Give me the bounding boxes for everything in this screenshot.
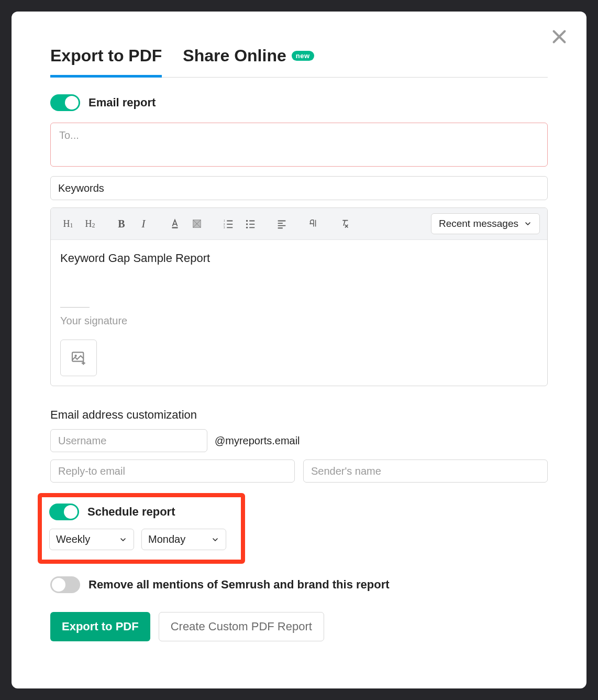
to-input[interactable] xyxy=(50,123,548,167)
svg-text:3: 3 xyxy=(224,226,225,229)
signature-placeholder: Your signature xyxy=(60,315,538,327)
chevron-down-icon xyxy=(524,220,532,228)
align-left-icon xyxy=(276,218,287,229)
tab-export-pdf[interactable]: Export to PDF xyxy=(50,46,162,78)
reply-to-input[interactable] xyxy=(50,460,295,483)
email-report-row: Email report xyxy=(50,94,548,111)
reply-sender-row xyxy=(50,460,548,483)
create-custom-report-button[interactable]: Create Custom PDF Report xyxy=(159,612,324,641)
editor-body[interactable]: Keyword Gap Sample Report Your signature xyxy=(51,240,547,386)
chevron-down-icon xyxy=(119,535,127,544)
unordered-list-icon xyxy=(245,218,256,229)
direction-button[interactable] xyxy=(303,214,323,234)
text-color-button[interactable] xyxy=(165,214,185,234)
subject-input[interactable] xyxy=(50,176,548,200)
signature-divider xyxy=(60,307,90,308)
remove-branding-row: Remove all mentions of Semrush and brand… xyxy=(50,576,548,593)
remove-branding-label: Remove all mentions of Semrush and brand… xyxy=(88,578,390,592)
new-badge: new xyxy=(292,51,314,61)
export-modal: Export to PDF Share Online new Email rep… xyxy=(12,12,586,688)
background-color-icon xyxy=(191,218,203,229)
email-report-label: Email report xyxy=(88,96,156,110)
image-add-icon xyxy=(70,349,87,366)
tab-label: Share Online xyxy=(183,46,286,65)
schedule-report-toggle[interactable] xyxy=(49,504,79,520)
svg-point-6 xyxy=(246,223,248,225)
modal-actions: Export to PDF Create Custom PDF Report xyxy=(50,612,548,641)
ordered-list-icon: 123 xyxy=(223,218,234,229)
schedule-report-label: Schedule report xyxy=(87,505,175,519)
svg-rect-0 xyxy=(172,227,178,228)
schedule-highlight-box: Schedule report Weekly Monday xyxy=(38,493,245,564)
email-domain: @myreports.email xyxy=(215,435,300,447)
clear-format-button[interactable] xyxy=(335,214,355,234)
frequency-value: Weekly xyxy=(56,533,90,545)
text-color-icon xyxy=(169,218,181,229)
schedule-report-row: Schedule report xyxy=(49,504,234,520)
chevron-down-icon xyxy=(211,535,219,544)
sender-name-input[interactable] xyxy=(303,460,548,483)
ordered-list-button[interactable]: 123 xyxy=(218,214,238,234)
tab-share-online[interactable]: Share Online new xyxy=(183,46,314,75)
username-input[interactable] xyxy=(50,429,207,452)
frequency-select[interactable]: Weekly xyxy=(49,529,134,550)
bold-button[interactable]: B xyxy=(112,214,131,234)
tab-label: Export to PDF xyxy=(50,46,162,65)
recent-messages-label: Recent messages xyxy=(439,218,518,229)
rich-text-editor: H1 H2 B I 123 xyxy=(50,207,548,386)
editor-toolbar: H1 H2 B I 123 xyxy=(51,208,547,240)
align-button[interactable] xyxy=(272,214,292,234)
remove-branding-toggle[interactable] xyxy=(50,576,80,593)
day-select[interactable]: Monday xyxy=(141,529,226,550)
svg-text:2: 2 xyxy=(224,223,225,226)
paragraph-direction-icon xyxy=(307,218,319,229)
email-customization-title: Email address customization xyxy=(50,408,548,422)
unordered-list-button[interactable] xyxy=(240,214,260,234)
email-report-toggle[interactable] xyxy=(50,94,80,111)
recent-messages-button[interactable]: Recent messages xyxy=(431,213,540,234)
svg-text:1: 1 xyxy=(224,219,225,222)
close-button[interactable] xyxy=(550,27,569,46)
clear-format-icon xyxy=(339,218,350,229)
export-pdf-button[interactable]: Export to PDF xyxy=(50,612,150,641)
modal-tabs: Export to PDF Share Online new xyxy=(50,46,548,78)
message-text: Keyword Gap Sample Report xyxy=(60,251,538,265)
username-row: @myreports.email xyxy=(50,429,548,452)
insert-image-button[interactable] xyxy=(60,340,97,376)
svg-point-5 xyxy=(246,220,248,222)
background-color-button[interactable] xyxy=(187,214,207,234)
svg-point-7 xyxy=(246,227,248,228)
schedule-selects: Weekly Monday xyxy=(49,529,234,550)
close-icon xyxy=(550,27,569,46)
italic-button[interactable]: I xyxy=(134,214,153,234)
heading2-button[interactable]: H2 xyxy=(80,214,100,234)
heading1-button[interactable]: H1 xyxy=(58,214,78,234)
day-value: Monday xyxy=(148,533,185,545)
